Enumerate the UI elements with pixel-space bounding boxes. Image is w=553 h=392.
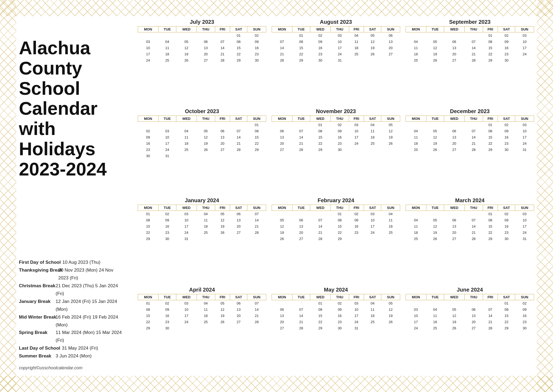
calendar-day: 10 (349, 128, 364, 134)
calendar-day: 22 (310, 140, 331, 147)
holiday-row: Spring Break11 Mar 2024 (Mon) 15 Mar 202… (19, 329, 124, 344)
calendar-day: 00 (364, 325, 381, 331)
month-title: February 2024 (272, 197, 400, 204)
table-row: 01020304050607 (138, 211, 266, 217)
calendar-day: 00 (364, 57, 381, 63)
calendar-day: 14 (247, 217, 266, 223)
calendar-day: 11 (381, 217, 400, 223)
calendar-day: 16 (158, 313, 176, 319)
holiday-row: First Day of School10 Aug 2023 (Thu) (19, 259, 124, 266)
weekday-header: FRI (483, 116, 498, 121)
calendar-day: 15 (138, 313, 159, 319)
weekday-header: SAT (230, 116, 247, 121)
month-calendar: August 2023MONTUEWEDTHUFRISATSUN00010203… (272, 19, 400, 106)
table-row: 17181920212223 (406, 319, 534, 325)
calendar-day: 00 (464, 121, 483, 128)
calendars-panel: July 2023MONTUEWEDTHUFRISATSUN0000000000… (132, 16, 537, 376)
calendar-day: 00 (176, 153, 197, 159)
weekday-header: WED (310, 116, 331, 121)
calendar-day: 19 (215, 223, 230, 229)
weekday-header: SUN (515, 26, 534, 32)
calendar-day: 17 (176, 223, 197, 229)
month-calendar: September 2023MONTUEWEDTHUFRISATSUN00000… (406, 19, 534, 106)
calendar-day: 00 (426, 211, 444, 217)
calendar-day: 13 (272, 134, 292, 140)
month-title: December 2023 (406, 108, 534, 114)
calendar-day: 29 (138, 236, 159, 242)
calendar-day: 14 (272, 45, 292, 51)
calendar-day: 11 (349, 39, 364, 45)
calendar-day: 29 (310, 147, 331, 153)
calendar-day: 23 (515, 319, 534, 325)
calendar-day: 08 (483, 217, 498, 223)
weekday-header: TUE (426, 205, 444, 211)
calendar-day: 01 (483, 32, 498, 39)
calendar-day: 24 (349, 319, 364, 325)
table-row: 06070809101112 (272, 128, 400, 134)
calendar-day: 02 (158, 211, 176, 217)
calendar-day: 31 (176, 236, 197, 242)
calendar-day: 15 (310, 134, 331, 140)
title-block: Alachua County School Calendar with Holi… (19, 38, 124, 179)
calendar-day: 00 (349, 57, 364, 63)
weekday-header: THU (197, 205, 215, 211)
calendar-day: 02 (331, 300, 349, 306)
calendar-day: 26 (381, 319, 400, 325)
calendar-day: 26 (176, 57, 197, 63)
calendar-day: 08 (498, 306, 515, 313)
calendar-day: 13 (464, 313, 483, 319)
calendar-day: 00 (364, 147, 381, 153)
calendar-day: 06 (230, 300, 247, 306)
month-calendar: June 2024MONTUEWEDTHUFRISATSUN0000000000… (406, 287, 534, 373)
calendar-day: 03 (158, 128, 176, 134)
calendar-day: 02 (515, 300, 534, 306)
calendar-day: 29 (230, 57, 247, 63)
calendar-day: 01 (498, 300, 515, 306)
calendar-day: 14 (483, 313, 498, 319)
calendar-day: 25 (197, 229, 215, 236)
calendar-day: 00 (381, 147, 400, 153)
calendar-day: 11 (364, 306, 381, 313)
calendar-day: 09 (515, 306, 534, 313)
calendar-day: 04 (197, 300, 215, 306)
calendar-table: MONTUEWEDTHUFRISATSUN0102030405060708091… (138, 294, 266, 331)
weekday-header: TUE (292, 294, 310, 300)
calendar-day: 27 (464, 325, 483, 331)
weekday-header: TUE (292, 116, 310, 121)
calendar-day: 09 (158, 306, 176, 313)
calendar-day: 27 (444, 236, 465, 242)
calendar-day: 12 (426, 223, 444, 229)
calendar-day: 11 (197, 306, 215, 313)
weekday-header: WED (176, 116, 197, 121)
calendar-day: 26 (272, 236, 292, 242)
calendar-day: 15 (230, 45, 247, 51)
calendar-day: 04 (381, 211, 400, 217)
weekday-header: MON (406, 205, 426, 211)
table-row: 05060708091011 (272, 217, 400, 223)
calendar-day: 16 (498, 134, 515, 140)
weekday-header: WED (176, 294, 197, 300)
calendar-day: 09 (310, 39, 331, 45)
weekday-header: MON (272, 205, 292, 211)
calendar-day: 10 (176, 217, 197, 223)
calendar-day: 29 (292, 57, 310, 63)
calendar-day: 30 (138, 153, 159, 159)
calendar-day: 19 (215, 313, 230, 319)
weekday-header: THU (464, 294, 483, 300)
calendar-day: 16 (498, 223, 515, 229)
calendar-day: 13 (272, 313, 292, 319)
calendar-day: 01 (310, 121, 331, 128)
calendar-day: 07 (247, 211, 266, 217)
calendar-day: 01 (138, 211, 159, 217)
calendar-day: 14 (230, 134, 247, 140)
weekday-header: SUN (515, 205, 534, 211)
calendar-day: 00 (444, 32, 465, 39)
calendar-day: 00 (426, 300, 444, 306)
calendar-day: 02 (349, 211, 364, 217)
month-title: August 2023 (272, 19, 400, 25)
calendar-day: 31 (158, 153, 176, 159)
calendar-day: 15 (310, 313, 331, 319)
month-title: January 2024 (138, 197, 266, 204)
month-title: July 2023 (138, 19, 266, 25)
calendar-day: 06 (381, 32, 400, 39)
